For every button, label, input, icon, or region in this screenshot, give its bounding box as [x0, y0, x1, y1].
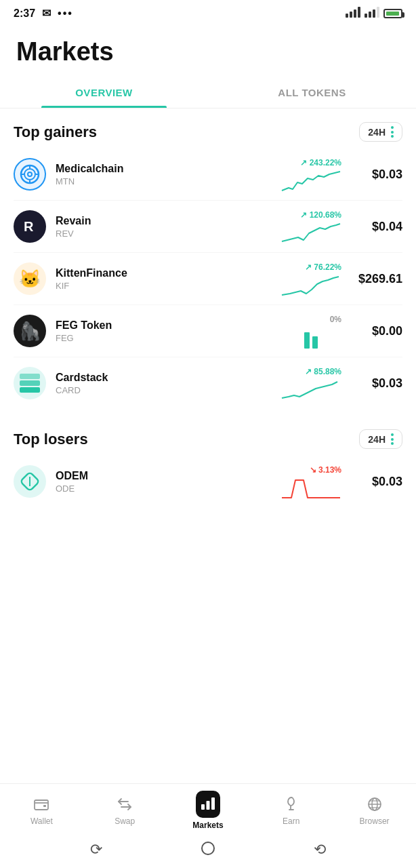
tab-overview[interactable]: OVERVIEW	[0, 77, 208, 108]
mail-icon: ✉	[42, 7, 51, 20]
svg-rect-5	[369, 12, 371, 18]
token-row-card[interactable]: Cardstack CARD ↗ 85.88% $0.03	[14, 357, 402, 409]
earn-icon	[282, 795, 301, 814]
token-price-rev: $0.04	[348, 220, 402, 234]
top-gainers-title: Top gainers	[14, 123, 97, 141]
token-info-rev: Revain REV	[56, 215, 274, 239]
battery-icon	[383, 9, 402, 18]
bottom-nav-wrapper: Wallet Swap Marke	[0, 783, 416, 868]
svg-rect-20	[20, 387, 40, 393]
bottom-tab-bar: Wallet Swap Marke	[0, 783, 416, 834]
token-info-feg: FEG Token FEG	[56, 319, 274, 343]
token-row-feg[interactable]: 🦍 FEG Token FEG 0% $0.00	[14, 305, 402, 357]
top-losers-title: Top losers	[14, 431, 88, 448]
nav-label-browser: Browser	[360, 816, 390, 826]
svg-rect-26	[206, 801, 209, 810]
svg-point-10	[28, 172, 32, 176]
svg-rect-0	[346, 14, 348, 18]
gainers-time-filter[interactable]: 24H	[359, 122, 402, 142]
tab-bar: OVERVIEW ALL TOKENS	[0, 77, 416, 108]
status-bar: 2:37 ✉ •••	[0, 0, 416, 24]
token-chart-kif: ↗ 76.22%	[280, 262, 341, 295]
recents-gesture: ⟲	[314, 841, 326, 859]
token-icon-feg: 🦍	[14, 315, 46, 347]
svg-rect-4	[365, 14, 367, 18]
token-row-ode[interactable]: ODEM ODE ↘ 3.13% $0.03	[14, 456, 402, 507]
nav-item-browser[interactable]: Browser	[348, 795, 402, 826]
nav-item-swap[interactable]: Swap	[98, 795, 152, 826]
page-title: Markets	[0, 24, 416, 77]
top-gainers-section: Top gainers 24H	[0, 108, 416, 416]
svg-rect-19	[20, 380, 40, 386]
token-info-kif: KittenFinance KIF	[56, 267, 274, 291]
losers-time-filter[interactable]: 24H	[359, 429, 402, 449]
token-icon-rev: R	[14, 210, 46, 243]
token-price-ode: $0.03	[348, 475, 402, 489]
back-gesture: ⟳	[90, 841, 102, 859]
svg-rect-6	[373, 9, 375, 18]
nav-item-markets[interactable]: Markets	[181, 791, 235, 830]
svg-rect-1	[350, 12, 352, 18]
more-icon: •••	[58, 7, 73, 20]
token-price-mtn: $0.03	[348, 167, 402, 182]
android-gesture-bar: ⟳ ⟲	[0, 834, 416, 868]
token-info-ode: ODEM ODE	[56, 470, 274, 494]
token-chart-mtn: ↗ 243.22%	[280, 158, 341, 191]
svg-text:R: R	[24, 219, 34, 234]
losers-filter-dots	[391, 433, 394, 445]
nav-item-wallet[interactable]: Wallet	[14, 795, 68, 826]
signal-icon	[346, 7, 360, 20]
token-icon-mtn	[14, 158, 46, 191]
token-row-rev[interactable]: R Revain REV ↗ 120.68% $0.04	[14, 201, 402, 253]
svg-rect-23	[35, 800, 48, 810]
nav-label-swap: Swap	[115, 816, 135, 826]
nav-item-earn[interactable]: Earn	[264, 795, 318, 826]
nav-label-markets: Markets	[192, 821, 223, 830]
svg-rect-24	[43, 805, 46, 807]
browser-icon	[365, 795, 384, 814]
svg-rect-16	[304, 332, 310, 349]
token-row-mtn[interactable]: Medicalchain MTN ↗ 243.22% $0.03	[14, 149, 402, 201]
token-icon-ode	[14, 465, 46, 498]
nav-label-earn: Earn	[283, 816, 299, 826]
svg-rect-27	[211, 797, 215, 810]
nav-label-wallet: Wallet	[30, 816, 53, 826]
home-gesture	[201, 841, 215, 859]
tab-all-tokens[interactable]: ALL TOKENS	[208, 77, 416, 108]
token-price-feg: $0.00	[348, 324, 402, 338]
token-price-kif: $269.61	[348, 272, 402, 286]
token-info-card: Cardstack CARD	[56, 372, 274, 395]
svg-point-9	[24, 169, 35, 180]
token-row-kif[interactable]: 🐱 KittenFinance KIF ↗ 76.22% $269.61	[14, 253, 402, 305]
svg-rect-17	[312, 336, 318, 349]
svg-rect-7	[377, 7, 379, 18]
token-chart-card: ↗ 85.88%	[280, 367, 341, 399]
token-price-card: $0.03	[348, 376, 402, 391]
top-losers-section: Top losers 24H ODEM ODE ↘ 3.13%	[0, 416, 416, 514]
wallet-icon	[32, 795, 51, 814]
svg-rect-18	[20, 374, 40, 379]
swap-icon	[115, 795, 134, 814]
markets-icon-bg	[196, 791, 220, 818]
signal-icon-2	[365, 7, 379, 20]
token-chart-feg: 0%	[280, 315, 341, 347]
status-time: 2:37	[14, 7, 35, 20]
token-icon-kif: 🐱	[14, 262, 46, 295]
svg-rect-2	[354, 9, 356, 18]
token-chart-rev: ↗ 120.68%	[280, 210, 341, 243]
token-icon-card	[14, 367, 46, 399]
svg-rect-3	[358, 7, 360, 18]
token-chart-ode: ↘ 3.13%	[280, 465, 341, 498]
token-info-mtn: Medicalchain MTN	[56, 163, 274, 186]
gainers-filter-dots	[391, 126, 394, 138]
svg-rect-25	[201, 804, 205, 810]
svg-point-33	[202, 842, 214, 854]
